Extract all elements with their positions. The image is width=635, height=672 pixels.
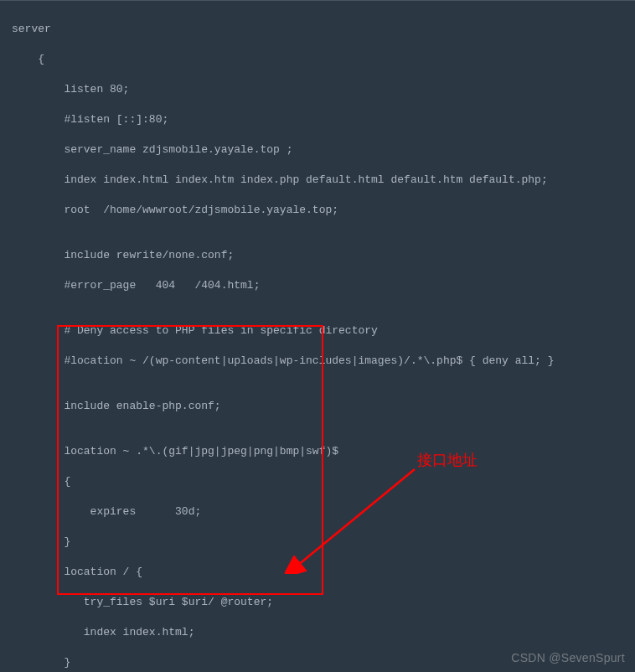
- code-line: {: [0, 52, 635, 67]
- code-line: try_files $uri $uri/ @router;: [0, 595, 635, 610]
- code-line: include enable-php.conf;: [0, 399, 635, 414]
- code-line: # Deny access to PHP files in specific d…: [0, 323, 635, 339]
- code-line: }: [0, 535, 635, 550]
- code-line: server_name zdjsmobile.yayale.top ;: [0, 142, 635, 158]
- watermark: CSDN @SevenSpurt: [511, 650, 625, 665]
- code-line: #error_page 404 /404.html;: [0, 278, 635, 293]
- code-block: server { listen 80; #listen [::]:80; ser…: [0, 0, 635, 672]
- code-line: root /home/wwwroot/zdjsmobile.yayale.top…: [0, 203, 635, 218]
- code-line: #location ~ /(wp-content|uploads|wp-incl…: [0, 354, 635, 369]
- code-line: index index.html;: [0, 625, 635, 640]
- code-line: listen 80;: [0, 82, 635, 97]
- code-line: include rewrite/none.conf;: [0, 248, 635, 263]
- code-line: #listen [::]:80;: [0, 112, 635, 127]
- code-line: expires 30d;: [0, 504, 635, 520]
- code-line: {: [0, 474, 635, 489]
- code-line: index index.html index.htm index.php def…: [0, 173, 635, 188]
- code-line: location ~ .*\.(gif|jpg|jpeg|png|bmp|swf…: [0, 444, 635, 459]
- code-line: location / {: [0, 565, 635, 580]
- code-line: server: [0, 22, 635, 37]
